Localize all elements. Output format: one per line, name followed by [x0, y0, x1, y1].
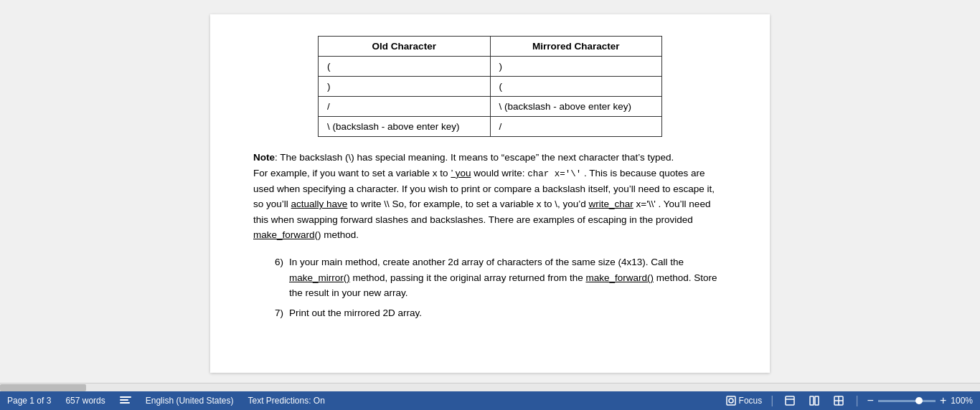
page: Old Character Mirrored Character ())(/\ …: [210, 14, 770, 373]
page-info: Page 1 of 3: [7, 396, 51, 406]
table-cell: /: [319, 97, 491, 117]
zoom-level: 100%: [951, 396, 973, 406]
table-cell: \ (backslash - above enter key): [490, 97, 662, 117]
note-text7: () method.: [315, 229, 359, 240]
note-underline1: ’ you: [451, 168, 471, 178]
zoom-out-button[interactable]: −: [867, 394, 874, 407]
svg-rect-7: [810, 396, 814, 405]
list-content-7: Print out the mirrored 2D array.: [289, 305, 727, 321]
zoom-controls: − + 100%: [867, 394, 973, 407]
sep2: |: [855, 394, 858, 407]
list-num-7: 7): [268, 305, 289, 321]
word-count: 657 words: [65, 396, 105, 406]
list-num-6: 6): [268, 254, 289, 301]
note-text3: would write:: [471, 168, 527, 178]
language[interactable]: English (United States): [146, 396, 234, 406]
note-code1: char x='\': [527, 169, 581, 179]
zoom-slider-thumb: [915, 397, 923, 404]
character-table: Old Character Mirrored Character ())(/\ …: [318, 36, 662, 137]
table-cell: ): [490, 57, 662, 77]
list-content-6: In your main method, create another 2d a…: [289, 254, 727, 301]
table-cell: (: [490, 77, 662, 97]
note-bold: Note: [253, 152, 275, 163]
table-row: (): [319, 57, 662, 77]
view-icon-1[interactable]: [782, 394, 798, 407]
note-text1: : The backslash (\) has special meaning.…: [275, 152, 674, 163]
status-bar-right: Focus | | − + 100%: [726, 394, 973, 407]
table-row: )(: [319, 77, 662, 97]
note-text2: For example, if you want to set a variab…: [253, 168, 451, 178]
table-cell: /: [490, 117, 662, 137]
focus-label: Focus: [739, 396, 763, 406]
scrollbar-thumb[interactable]: [0, 384, 86, 391]
svg-rect-2: [120, 402, 130, 404]
table-wrapper: Old Character Mirrored Character ())(/\ …: [253, 36, 727, 137]
note-underline3: write_char: [589, 199, 633, 209]
status-bar: Page 1 of 3 657 words English (United St…: [0, 391, 980, 410]
zoom-slider[interactable]: [878, 400, 936, 402]
list-item-6: 6) In your main method, create another 2…: [268, 254, 727, 301]
col-header-old: Old Character: [319, 37, 491, 57]
list-6-link2: make_forward(): [585, 272, 654, 283]
view-icon-3[interactable]: [831, 394, 847, 407]
view-icon-2[interactable]: [806, 394, 822, 407]
focus-btn[interactable]: Focus: [726, 396, 763, 406]
table-cell: ): [319, 77, 491, 97]
svg-rect-0: [120, 396, 131, 398]
read-icon[interactable]: [120, 396, 131, 406]
table-row: /\ (backslash - above enter key): [319, 97, 662, 117]
list-section: 6) In your main method, create another 2…: [253, 254, 727, 320]
svg-rect-1: [120, 399, 128, 401]
svg-point-4: [729, 399, 733, 403]
table-cell: (: [319, 57, 491, 77]
list-item-7: 7) Print out the mirrored 2D array.: [268, 305, 727, 321]
svg-rect-3: [727, 396, 735, 405]
list-6-text: In your main method, create another 2d a…: [289, 257, 684, 267]
list-6-link1: make_mirror(): [289, 272, 350, 283]
svg-rect-5: [786, 396, 794, 405]
horizontal-scrollbar[interactable]: [0, 383, 980, 391]
note-block: Note: The backslash (\) has special mean…: [253, 150, 727, 243]
document-area: Old Character Mirrored Character ())(/\ …: [0, 0, 980, 383]
note-underline4: make_forward: [253, 229, 315, 240]
zoom-in-button[interactable]: +: [940, 394, 946, 407]
text-predictions[interactable]: Text Predictions: On: [248, 396, 325, 406]
svg-rect-8: [815, 396, 819, 405]
sep1: |: [771, 394, 773, 407]
table-row: \ (backslash - above enter key)/: [319, 117, 662, 137]
col-header-mirrored: Mirrored Character: [490, 37, 662, 57]
list-6-text2: method, passing it the original array re…: [350, 272, 586, 283]
note-underline2: actually have: [291, 199, 348, 209]
note-text5: to write \\ So, for example, to set a va…: [347, 199, 588, 209]
table-cell: \ (backslash - above enter key): [319, 117, 491, 137]
